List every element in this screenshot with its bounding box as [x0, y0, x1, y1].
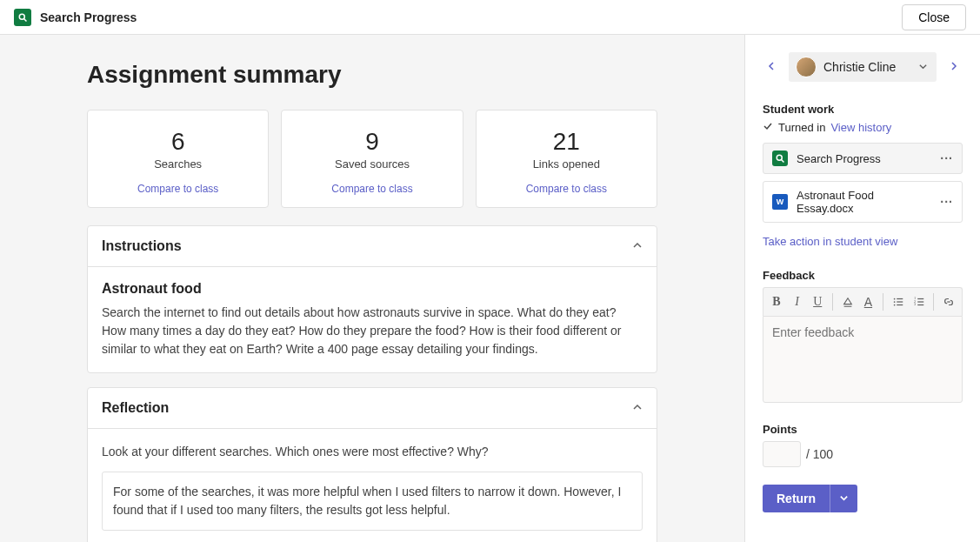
- stat-card-searches: 6 Searches Compare to class: [87, 110, 269, 208]
- avatar: [796, 57, 817, 77]
- chevron-up-icon: [632, 239, 643, 253]
- more-options-icon[interactable]: ···: [940, 195, 953, 209]
- view-history-link[interactable]: View history: [830, 121, 891, 134]
- svg-line-1: [24, 18, 27, 21]
- chevron-down-icon: [918, 60, 928, 74]
- compare-link[interactable]: Compare to class: [137, 183, 218, 195]
- svg-rect-12: [917, 298, 923, 299]
- file-name: Astronaut Food Essay.docx: [797, 189, 931, 215]
- stat-value: 6: [97, 128, 259, 156]
- stat-label: Saved sources: [290, 157, 453, 171]
- svg-text:3: 3: [914, 302, 917, 306]
- return-menu-button[interactable]: [830, 485, 857, 512]
- svg-rect-14: [917, 301, 923, 302]
- points-max: / 100: [806, 447, 833, 461]
- reflection-header[interactable]: Reflection: [88, 388, 657, 428]
- search-progress-icon: [14, 9, 31, 26]
- number-list-button[interactable]: 123: [910, 291, 929, 312]
- link-button[interactable]: [939, 291, 958, 312]
- feedback-input[interactable]: [763, 316, 963, 403]
- bold-button[interactable]: B: [767, 291, 786, 312]
- svg-point-2: [777, 155, 782, 160]
- page-title: Assignment summary: [87, 61, 657, 89]
- sidebar: Christie Cline Student work Turned in Vi…: [745, 35, 980, 542]
- underline-button[interactable]: U: [808, 291, 827, 312]
- italic-button[interactable]: I: [788, 291, 807, 312]
- student-work-label: Student work: [763, 103, 963, 116]
- close-button[interactable]: Close: [902, 4, 966, 30]
- stat-label: Links opened: [485, 157, 648, 171]
- chevron-up-icon: [632, 401, 643, 415]
- stat-value: 9: [290, 128, 453, 156]
- assignment-title: Astronaut food: [102, 281, 643, 297]
- instructions-title: Instructions: [102, 238, 182, 254]
- svg-line-3: [782, 160, 784, 163]
- svg-rect-6: [897, 298, 903, 299]
- search-progress-icon: [772, 151, 788, 166]
- instructions-header[interactable]: Instructions: [88, 226, 657, 266]
- reflection-answer: For some of the searches, it was more he…: [102, 472, 643, 531]
- assignment-text: Search the internet to find out details …: [102, 304, 643, 358]
- points-row: / 100: [763, 441, 963, 467]
- reflection-card: Reflection Look at your different search…: [87, 387, 657, 542]
- more-options-icon[interactable]: ···: [940, 151, 953, 165]
- compare-link[interactable]: Compare to class: [331, 183, 412, 195]
- student-nav: Christie Cline: [763, 52, 963, 82]
- status-text: Turned in: [778, 121, 825, 134]
- svg-point-9: [894, 304, 896, 306]
- check-icon: [763, 121, 773, 134]
- compare-link[interactable]: Compare to class: [526, 183, 607, 195]
- prev-student-button[interactable]: [763, 57, 780, 77]
- svg-rect-8: [897, 301, 903, 302]
- instructions-body: Astronaut food Search the internet to fi…: [88, 266, 657, 372]
- stat-value: 21: [485, 128, 648, 156]
- student-selector[interactable]: Christie Cline: [789, 52, 937, 82]
- take-action-link[interactable]: Take action in student view: [763, 235, 897, 248]
- word-icon: W: [772, 194, 788, 210]
- svg-point-7: [894, 301, 896, 303]
- main-content: Assignment summary 6 Searches Compare to…: [0, 35, 745, 542]
- highlight-button[interactable]: [838, 291, 857, 312]
- points-label: Points: [763, 423, 963, 436]
- stats-row: 6 Searches Compare to class 9 Saved sour…: [87, 110, 657, 208]
- font-color-button[interactable]: A: [859, 291, 878, 312]
- svg-point-0: [19, 14, 24, 19]
- svg-rect-10: [897, 304, 903, 305]
- svg-point-5: [894, 298, 896, 300]
- app-header: Search Progress Close: [0, 0, 980, 35]
- file-name: Search Progress: [797, 152, 931, 165]
- stat-card-saved-sources: 9 Saved sources Compare to class: [281, 110, 463, 208]
- stat-label: Searches: [97, 157, 259, 171]
- stat-card-links-opened: 21 Links opened Compare to class: [476, 110, 657, 208]
- svg-rect-16: [917, 304, 923, 305]
- reflection-body: Look at your different searches. Which o…: [88, 428, 657, 542]
- reflection-prompt: Look at your different searches. Which o…: [102, 443, 643, 461]
- return-button[interactable]: Return: [763, 485, 830, 512]
- reflection-title: Reflection: [102, 400, 169, 416]
- header-left: Search Progress: [14, 9, 137, 26]
- file-row-search-progress[interactable]: Search Progress ···: [763, 143, 963, 174]
- feedback-label: Feedback: [763, 269, 963, 282]
- file-row-essay[interactable]: W Astronaut Food Essay.docx ···: [763, 181, 963, 223]
- bullet-list-button[interactable]: [889, 291, 908, 312]
- return-button-group: Return: [763, 485, 857, 512]
- student-name: Christie Cline: [823, 60, 896, 74]
- feedback-toolbar: B I U A 123: [763, 287, 963, 316]
- next-student-button[interactable]: [945, 57, 963, 77]
- instructions-card: Instructions Astronaut food Search the i…: [87, 225, 657, 373]
- status-row: Turned in View history: [763, 121, 963, 134]
- app-title: Search Progress: [40, 10, 137, 24]
- points-input[interactable]: [763, 441, 801, 467]
